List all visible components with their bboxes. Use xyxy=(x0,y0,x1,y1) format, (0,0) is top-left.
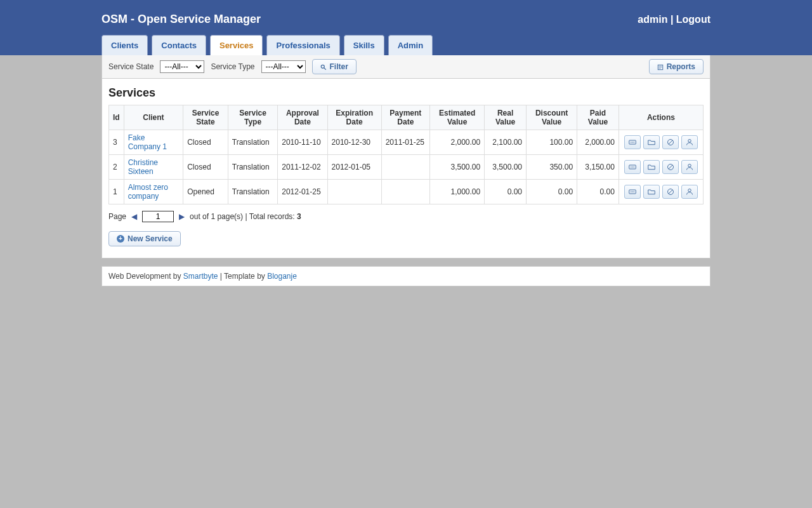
page-title: Services xyxy=(108,86,704,100)
cell-estimated: 3,500.00 xyxy=(430,155,485,180)
cell-expiration xyxy=(327,180,381,204)
user-icon xyxy=(686,163,693,171)
view-button[interactable] xyxy=(624,185,641,199)
plus-icon: + xyxy=(117,235,124,243)
cell-real: 0.00 xyxy=(485,180,527,204)
filter-state-select[interactable]: ---All--- xyxy=(160,60,204,73)
new-service-button[interactable]: + New Service xyxy=(108,231,181,246)
cell-state: Closed xyxy=(183,130,228,155)
cell-id: 3 xyxy=(109,130,124,155)
reports-button-label: Reports xyxy=(667,62,695,71)
tab-skills[interactable]: Skills xyxy=(344,35,384,55)
pager-next[interactable]: ▶ xyxy=(179,212,185,221)
cell-type: Translation xyxy=(228,130,277,155)
col-header: Real Value xyxy=(485,105,527,130)
view-icon xyxy=(629,163,636,171)
folder-button[interactable] xyxy=(643,185,660,199)
user-link[interactable]: admin xyxy=(638,14,667,25)
user-area: admin | Logout xyxy=(638,14,710,25)
svg-point-0 xyxy=(321,65,324,68)
cell-real: 3,500.00 xyxy=(485,155,527,180)
user-button[interactable] xyxy=(681,185,698,199)
tab-professionals[interactable]: Professionals xyxy=(266,35,339,55)
filter-state-label: Service State xyxy=(108,62,154,71)
cell-paid: 3,150.00 xyxy=(577,155,619,180)
cell-actions xyxy=(619,180,703,204)
tab-clients[interactable]: Clients xyxy=(102,35,148,55)
cell-state: Closed xyxy=(183,155,228,180)
pager-prev[interactable]: ◀ xyxy=(131,212,137,221)
tab-contacts[interactable]: Contacts xyxy=(152,35,206,55)
view-icon xyxy=(629,138,636,146)
footer: Web Development by Smartbyte | Template … xyxy=(102,266,710,286)
header-bar: OSM - Open Service Manager admin | Logou… xyxy=(0,0,812,55)
folder-icon xyxy=(648,188,655,196)
client-link[interactable]: Christine Sixteen xyxy=(128,158,158,176)
cancel-button[interactable] xyxy=(662,135,679,149)
user-icon xyxy=(686,138,693,146)
cell-paid: 0.00 xyxy=(577,180,619,204)
cell-discount: 100.00 xyxy=(527,130,577,155)
tab-bar: ClientsContactsServicesProfessionalsSkil… xyxy=(102,35,710,55)
cell-type: Translation xyxy=(228,180,277,204)
svg-point-7 xyxy=(631,142,632,143)
cell-payment: 2011-01-25 xyxy=(381,130,429,155)
search-icon xyxy=(320,64,327,70)
cell-client: Almost zero company xyxy=(124,180,183,204)
col-header: Estimated Value xyxy=(430,105,485,130)
col-header: Id xyxy=(109,105,124,130)
col-header: Payment Date xyxy=(381,105,429,130)
folder-button[interactable] xyxy=(643,135,660,149)
pager-input[interactable] xyxy=(142,211,174,222)
svg-point-19 xyxy=(688,164,691,168)
user-button[interactable] xyxy=(681,160,698,174)
cancel-button[interactable] xyxy=(662,160,679,174)
col-header: Discount Value xyxy=(527,105,577,130)
svg-point-8 xyxy=(632,142,633,143)
cancel-icon xyxy=(667,138,674,146)
cell-actions xyxy=(619,130,703,155)
client-link[interactable]: Fake Company 1 xyxy=(128,133,167,151)
logout-link[interactable]: Logout xyxy=(676,14,710,25)
svg-line-11 xyxy=(669,140,672,144)
cell-type: Translation xyxy=(228,155,277,180)
user-button[interactable] xyxy=(681,135,698,149)
svg-point-23 xyxy=(633,191,634,192)
col-header: Service Type xyxy=(228,105,277,130)
app-title: OSM - Open Service Manager xyxy=(102,13,261,26)
view-button[interactable] xyxy=(624,135,641,149)
filter-bar: Service State ---All--- Service Type ---… xyxy=(102,55,710,79)
reports-button[interactable]: Reports xyxy=(649,59,704,74)
svg-point-21 xyxy=(631,191,632,192)
pager-out-of: out of 1 page(s) | Total records: xyxy=(190,212,297,221)
svg-line-1 xyxy=(324,68,325,70)
col-header: Approval Date xyxy=(278,105,327,130)
tab-admin[interactable]: Admin xyxy=(388,35,433,55)
cell-id: 2 xyxy=(109,155,124,180)
svg-line-25 xyxy=(669,190,672,194)
tab-services[interactable]: Services xyxy=(210,35,263,55)
pager-label: Page xyxy=(108,212,126,221)
pager-total: 3 xyxy=(297,212,301,221)
folder-icon xyxy=(648,163,655,171)
view-button[interactable] xyxy=(624,160,641,174)
filter-button[interactable]: Filter xyxy=(312,59,357,74)
cancel-icon xyxy=(667,163,674,171)
footer-link-bloganje[interactable]: Bloganje xyxy=(267,272,297,281)
content: Service State ---All--- Service Type ---… xyxy=(102,55,710,258)
filter-type-select[interactable]: ---All--- xyxy=(261,60,306,73)
folder-button[interactable] xyxy=(643,160,660,174)
col-header: Client xyxy=(124,105,183,130)
cell-id: 1 xyxy=(109,180,124,204)
cell-actions xyxy=(619,155,703,180)
pager: Page ◀ ▶ out of 1 page(s) | Total record… xyxy=(108,211,704,222)
client-link[interactable]: Almost zero company xyxy=(128,183,168,201)
cancel-icon xyxy=(667,188,674,196)
cancel-button[interactable] xyxy=(662,185,679,199)
svg-point-14 xyxy=(631,166,632,168)
footer-link-smartbyte[interactable]: Smartbyte xyxy=(183,272,218,281)
cell-approval: 2010-11-10 xyxy=(278,130,327,155)
svg-point-12 xyxy=(688,140,691,143)
svg-point-16 xyxy=(633,166,634,168)
view-icon xyxy=(629,188,636,196)
